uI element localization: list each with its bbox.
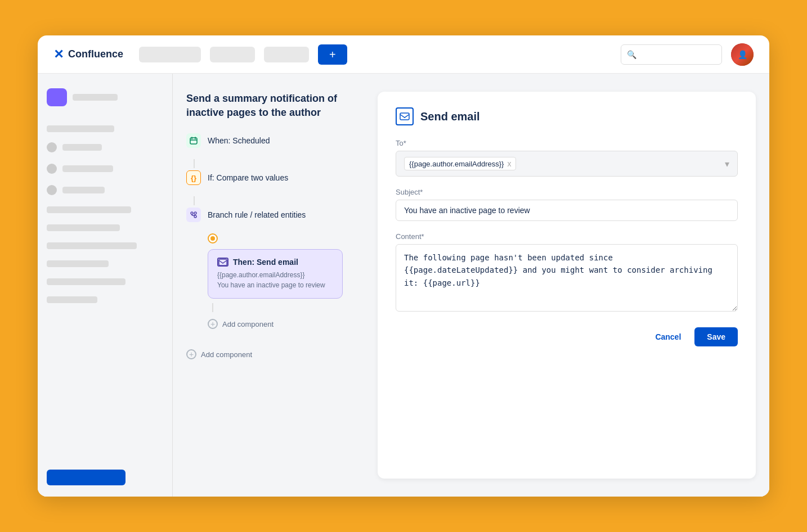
step-label-3: Branch rule / related entities [208, 210, 306, 219]
app-window: ✕ Confluence + 🔍 👤 [38, 35, 769, 497]
sidebar-section-2 [47, 224, 120, 231]
add-component-label-1: Add component [222, 320, 274, 328]
svg-rect-10 [219, 259, 227, 265]
branch-section: Then: Send email {{page.author.emailAddr… [208, 233, 366, 329]
nav-item-1[interactable] [139, 47, 201, 62]
workflow-step-1[interactable]: When: Scheduled [186, 133, 366, 148]
add-circle-2: + [186, 349, 196, 359]
content-textarea[interactable]: The following page hasn't been updated s… [396, 244, 738, 312]
branch-dot-inner [210, 236, 215, 241]
header: ✕ Confluence + 🔍 👤 [38, 35, 769, 74]
sidebar-dot-1 [47, 142, 57, 152]
sidebar-section-5 [47, 278, 125, 285]
to-field-group: To* {{page.author.emailAddress}} x ▾ [396, 139, 738, 177]
form-actions: Cancel Save [396, 327, 738, 346]
workflow-title: Send a summary notification of inactive … [186, 92, 366, 120]
sidebar-bottom-button[interactable] [47, 470, 125, 485]
step-icon-branch [186, 208, 201, 222]
branch-dot [208, 233, 218, 244]
sidebar-section-4 [47, 260, 109, 267]
sidebar [38, 74, 173, 497]
sidebar-dot-3 [47, 185, 57, 195]
step-icon-scheduled [186, 133, 201, 148]
sidebar-row-active[interactable] [47, 85, 163, 110]
to-label: To* [396, 139, 738, 147]
svg-rect-11 [400, 113, 409, 120]
add-component-label-2: Add component [201, 350, 252, 359]
avatar[interactable]: 👤 [731, 43, 754, 66]
step-icon-compare: {} [186, 170, 201, 185]
content-label: Content* [396, 232, 738, 241]
sidebar-dot-2 [47, 164, 57, 174]
to-tag-value: {{page.author.emailAddress}} [409, 160, 504, 168]
nav-item-2[interactable] [210, 47, 255, 62]
search-box[interactable]: 🔍 [621, 44, 722, 65]
branch-card-title: Then: Send email [233, 258, 298, 267]
branch-connector [212, 303, 213, 312]
email-panel-header: Send email [396, 107, 738, 125]
subject-field-group: Subject* [396, 188, 738, 221]
sidebar-row-1[interactable] [47, 139, 163, 156]
branch-email-icon [217, 258, 228, 267]
chevron-down-icon: ▾ [725, 159, 729, 169]
email-panel: Send email To* {{page.author.emailAddres… [378, 92, 756, 479]
confluence-logo-icon: ✕ [53, 47, 64, 62]
workflow-step-3[interactable]: Branch rule / related entities [186, 208, 366, 222]
connector-2 [194, 196, 195, 205]
sidebar-active-icon[interactable] [47, 88, 67, 106]
sidebar-section-3 [47, 242, 137, 249]
logo-text: Confluence [68, 48, 123, 60]
svg-rect-0 [190, 138, 197, 144]
logo: ✕ Confluence [53, 47, 123, 62]
branch-card-header: Then: Send email [217, 258, 333, 267]
search-icon: 🔍 [627, 50, 636, 59]
email-panel-icon [396, 107, 414, 125]
add-circle-1: + [208, 319, 218, 329]
sidebar-section-6 [47, 296, 97, 303]
svg-point-4 [191, 212, 193, 214]
svg-point-6 [194, 212, 196, 214]
email-panel-title: Send email [420, 110, 480, 123]
subject-label: Subject* [396, 188, 738, 196]
content-area: Send a summary notification of inactive … [173, 74, 769, 497]
branch-card-meta-2: You have an inactive page to review [217, 280, 333, 290]
to-field[interactable]: {{page.author.emailAddress}} x ▾ [396, 151, 738, 177]
sidebar-label-2 [62, 144, 102, 151]
branch-card-meta-1: {{page.author.emailAddress}} [217, 270, 333, 280]
add-component-2[interactable]: + Add component [186, 349, 366, 359]
sidebar-label-4 [62, 187, 105, 193]
step-label-1: When: Scheduled [208, 136, 270, 145]
content-field-group: Content* The following page hasn't been … [396, 232, 738, 312]
cancel-button[interactable]: Cancel [648, 328, 688, 346]
plus-icon: + [329, 49, 336, 60]
nav-item-3[interactable] [264, 47, 309, 62]
to-tag-remove[interactable]: x [507, 159, 511, 168]
add-component-1[interactable]: + Add component [208, 319, 366, 329]
branch-card[interactable]: Then: Send email {{page.author.emailAddr… [208, 249, 343, 299]
sidebar-section-1 [47, 206, 131, 213]
step-label-2: If: Compare two values [208, 173, 288, 182]
sidebar-label-3 [62, 165, 113, 172]
connector-1 [194, 159, 195, 168]
user-avatar-image: 👤 [731, 43, 754, 66]
sidebar-label-1 [73, 94, 118, 101]
save-button[interactable]: Save [694, 327, 738, 346]
to-tag: {{page.author.emailAddress}} x [404, 157, 516, 170]
subject-input[interactable] [396, 200, 738, 221]
main-area: Send a summary notification of inactive … [38, 74, 769, 497]
workflow-step-2[interactable]: {} If: Compare two values [186, 170, 366, 185]
workflow-panel: Send a summary notification of inactive … [186, 92, 378, 479]
create-button[interactable]: + [318, 44, 347, 65]
sidebar-row-2[interactable] [47, 160, 163, 177]
sidebar-row-3[interactable] [47, 182, 163, 199]
sidebar-divider-item [47, 125, 114, 132]
